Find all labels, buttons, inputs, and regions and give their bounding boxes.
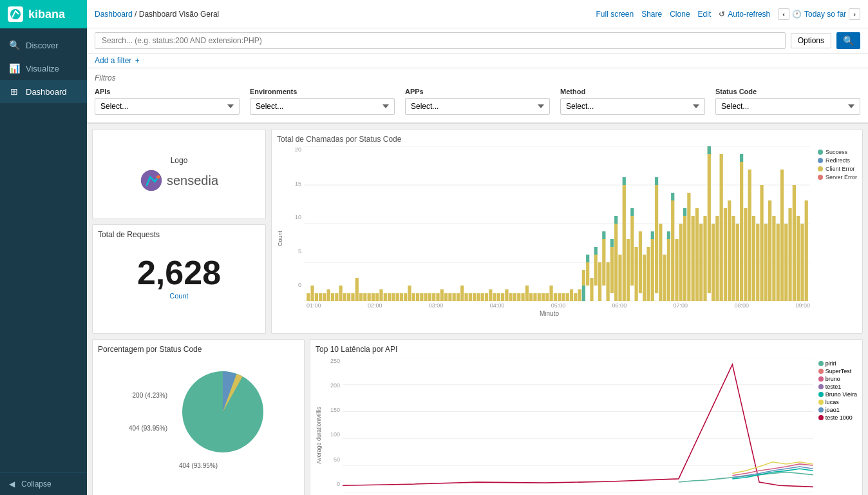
svg-rect-134 [756,224,759,301]
autorefresh-button[interactable]: Auto-refresh [728,10,770,19]
legend-bruno: bruno [818,376,857,382]
svg-rect-130 [740,154,743,162]
status-code-select[interactable]: Select... [715,98,860,115]
svg-rect-139 [777,224,780,301]
clone-button[interactable]: Clone [670,10,690,19]
svg-rect-72 [566,293,569,301]
sidebar-item-dashboard[interactable]: ⊞ Dashboard [0,80,87,103]
svg-rect-113 [683,216,686,301]
svg-rect-65 [538,293,541,301]
environments-select[interactable]: Select... [250,98,395,115]
svg-rect-93 [623,177,626,185]
svg-rect-132 [748,170,751,301]
edit-button[interactable]: Edit [698,10,712,19]
svg-rect-138 [772,216,775,301]
svg-rect-127 [731,216,735,301]
svg-rect-84 [602,239,605,286]
svg-rect-64 [533,293,536,301]
filtro-method: Method Select... [560,88,705,115]
svg-rect-38 [428,293,431,301]
svg-rect-111 [675,239,678,301]
sidebar-item-discover[interactable]: 🔍 Discover [0,34,87,57]
search-button[interactable]: 🔍 [836,32,860,49]
svg-rect-18 [347,293,350,301]
sensedia-logo: sensedia [140,169,218,192]
svg-rect-21 [359,293,363,301]
time-range-nav: ‹ 🕐 Today so far › [778,8,860,20]
add-filter-link[interactable]: Add a filter + [95,56,140,65]
latency-chart-title: Top 10 Latência por API [316,345,857,354]
sensedia-icon [140,169,163,192]
supertest-dot [818,369,824,374]
breadcrumb-separator: / [135,10,139,19]
filtro-status-code: Status Code Select... [715,88,860,115]
svg-rect-82 [594,247,598,255]
total-requests-value: 2,628 [98,253,260,292]
total-requests-panel: Total de Requests 2,628 Count [92,224,266,334]
svg-rect-47 [464,293,467,301]
svg-rect-41 [440,289,444,301]
panel-row-2: Porcentagem por Status Code 200 (4.23%) … [92,339,863,495]
filtro-apps: APPs Select... [405,88,550,115]
svg-rect-89 [614,224,618,301]
svg-rect-112 [679,224,683,301]
time-label[interactable]: Today so far [804,10,846,19]
piriri-dot [818,361,824,366]
kibana-logo-icon [8,6,23,22]
search-input[interactable] [95,32,786,49]
svg-rect-144 [797,216,800,301]
svg-rect-37 [424,293,428,301]
options-button[interactable]: Options [791,33,831,48]
svg-rect-66 [542,293,545,301]
legend-teste1: teste1 [818,383,857,390]
fullscreen-button[interactable]: Full screen [596,10,634,19]
svg-rect-45 [457,293,460,301]
share-button[interactable]: Share [641,10,662,19]
latency-chart-panel: Top 10 Latência por API Average duration… [310,339,863,495]
time-prev-button[interactable]: ‹ [778,8,789,20]
svg-rect-24 [372,293,375,301]
svg-rect-81 [594,255,598,286]
svg-rect-141 [784,224,788,301]
success-dot [818,150,823,155]
svg-rect-75 [578,289,581,301]
bruno-label: bruno [826,376,840,382]
svg-rect-92 [623,185,626,301]
apis-select[interactable]: Select... [95,98,240,115]
sidebar: kibana 🔍 Discover 📊 Visualize ⊞ Dashboar… [0,0,87,495]
teste1000-dot [818,415,824,420]
svg-rect-100 [646,247,650,301]
legend-success-label: Success [826,149,847,155]
sidebar-item-visualize[interactable]: 📊 Visualize [0,57,87,80]
sidebar-collapse[interactable]: ◀ Collapse [0,472,87,495]
svg-rect-88 [610,239,614,247]
collapse-label: Collapse [21,480,52,489]
method-select[interactable]: Select... [560,98,705,115]
svg-rect-122 [712,224,715,301]
refresh-icon: ↺ [719,10,725,19]
svg-rect-34 [412,293,415,301]
sidebar-logo[interactable]: kibana [0,0,87,28]
filtros-row: APIs Select... Environments Select... AP… [95,88,860,115]
breadcrumb-link[interactable]: Dashboard [95,10,133,19]
svg-rect-11 [319,293,322,301]
svg-rect-140 [780,170,784,301]
svg-rect-131 [744,208,747,301]
pie-bottom-label: 404 (93.95%) [98,462,299,469]
apps-select[interactable]: Select... [405,98,550,115]
supertest-label: SuperTest [826,368,852,374]
bar-chart-svg [304,146,810,301]
svg-rect-102 [651,231,654,239]
line-chart-container: Average durationMillis 0 50 100 150 200 … [316,358,857,495]
svg-rect-125 [724,208,727,301]
svg-rect-97 [635,247,638,301]
legend-item-client-error: Client Error [818,166,857,172]
svg-rect-52 [485,293,488,301]
filtro-environments: Environments Select... [250,88,395,115]
svg-rect-99 [643,255,646,301]
svg-rect-77 [582,286,585,301]
legend-brunovieira: Bruno Vieira [818,391,857,398]
time-next-button[interactable]: › [849,8,860,20]
svg-rect-49 [473,293,476,301]
dashboard-content: Logo sensedia Total de Requests 2,628 [87,124,868,495]
